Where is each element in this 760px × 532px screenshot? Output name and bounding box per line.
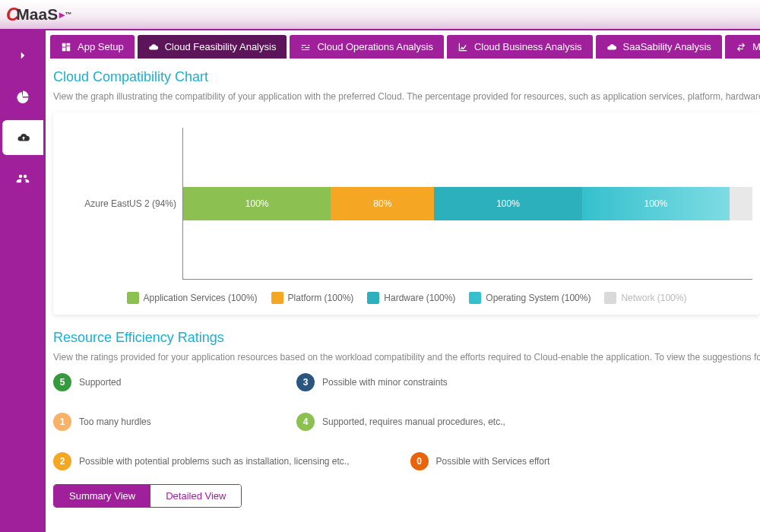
- tab-cloud-operations[interactable]: Cloud Operations Analysis: [290, 35, 443, 59]
- legend-swatch-icon: [271, 292, 283, 304]
- rating-4: 4 Supported, requires manual procedures,…: [296, 413, 505, 431]
- pie-chart-icon: [16, 90, 30, 103]
- compat-chart-card: Azure EastUS 2 (94%) 100% 80% 100% 100%: [53, 112, 760, 315]
- sliders-icon: [300, 42, 311, 52]
- legend-swatch-icon: [469, 292, 481, 304]
- logo-arrow-icon: ▸: [59, 8, 65, 21]
- cloud-upload-icon: [17, 131, 30, 144]
- tab-cloud-feasibility[interactable]: Cloud Feasibility Analysis: [138, 35, 287, 59]
- legend-swatch-icon: [127, 292, 139, 304]
- compat-desc: View the graph illustrating the compatib…: [53, 91, 760, 102]
- cloud-icon: [148, 42, 159, 52]
- chart-seg-app-services: 100%: [183, 187, 331, 220]
- view-detailed[interactable]: Detailed View: [150, 485, 241, 507]
- tab-label: Cloud Business Analysis: [474, 41, 582, 52]
- view-summary[interactable]: Summary View: [54, 485, 150, 507]
- chart-legend: Application Services (100%) Platform (10…: [61, 292, 752, 304]
- legend-os[interactable]: Operating System (100%): [469, 292, 591, 304]
- dashboard-icon: [61, 42, 71, 52]
- chart-bar-stack: 100% 80% 100% 100%: [183, 187, 752, 220]
- rating-2: 2 Possible with potential problems such …: [53, 452, 350, 470]
- rating-0: 0 Possible with Services effort: [410, 452, 593, 470]
- chart-seg-platform: 80%: [331, 187, 434, 220]
- ratings-desc: View the ratings provided for your appli…: [53, 352, 760, 363]
- chart-seg-os: 100%: [582, 187, 730, 220]
- ratings-table: AZURE EASTUS 2 ▼ Application Services 5: [53, 523, 281, 528]
- tab-label: Cloud Operations Analysis: [317, 41, 432, 52]
- tab-label: App Setup: [78, 41, 124, 52]
- top-bar: C MaaS ▸ ™: [0, 0, 760, 30]
- rating-badge-3: 3: [296, 373, 315, 391]
- sidebar-item-users[interactable]: [2, 161, 43, 196]
- analysis-tabs: App Setup Cloud Feasibility Analysis Clo…: [46, 30, 760, 59]
- rating-badge-5: 5: [53, 373, 71, 391]
- ratings-table-head: AZURE EASTUS 2: [53, 523, 281, 528]
- tab-saasability[interactable]: SaaSability Analysis: [596, 35, 722, 59]
- chevron-right-icon: [16, 49, 30, 62]
- main-panel: App Setup Cloud Feasibility Analysis Clo…: [46, 30, 760, 532]
- cloud-icon: [606, 42, 617, 52]
- ratings-legend: 5 Supported 3 Possible with minor constr…: [53, 373, 760, 470]
- brand-logo: C MaaS ▸ ™: [6, 4, 71, 25]
- rating-badge-2: 2: [53, 452, 71, 470]
- rating-badge-0: 0: [410, 452, 429, 470]
- tab-label: Cloud Feasibility Analysis: [165, 41, 277, 52]
- brand-name: MaaS: [16, 5, 58, 24]
- chart-seg-network: [730, 187, 752, 220]
- chart-seg-hardware: 100%: [434, 187, 581, 220]
- sidebar-item-dashboard[interactable]: [2, 79, 43, 114]
- left-sidebar: [0, 30, 46, 532]
- tab-label: Migration: [752, 41, 760, 52]
- users-icon: [16, 172, 30, 185]
- view-toggle: Summary View Detailed View: [53, 484, 242, 508]
- legend-network[interactable]: Network (100%): [604, 292, 686, 304]
- sidebar-item-collapse[interactable]: [2, 38, 43, 73]
- rating-3: 3 Possible with minor constraints: [296, 373, 555, 391]
- legend-swatch-icon: [604, 292, 616, 304]
- legend-hardware[interactable]: Hardware (100%): [367, 292, 455, 304]
- tab-app-setup[interactable]: App Setup: [50, 35, 135, 59]
- legend-platform[interactable]: Platform (100%): [271, 292, 354, 304]
- rating-badge-1: 1: [53, 413, 71, 431]
- chart-line-icon: [458, 42, 468, 52]
- legend-app-services[interactable]: Application Services (100%): [127, 292, 258, 304]
- brand-tm: ™: [65, 11, 71, 18]
- legend-swatch-icon: [367, 292, 379, 304]
- tab-migration[interactable]: Migration: [725, 35, 760, 59]
- rating-1: 1 Too many hurdles: [53, 413, 236, 431]
- tab-label: SaaSability Analysis: [623, 41, 711, 52]
- compat-title: Cloud Compatibility Chart: [53, 69, 760, 85]
- exchange-icon: [736, 42, 746, 52]
- rating-5: 5 Supported: [53, 373, 236, 391]
- sidebar-item-cloud[interactable]: [2, 120, 43, 155]
- ratings-title: Resource Efficiency Ratings: [53, 330, 760, 346]
- chart-category-label: Azure EastUS 2 (94%): [61, 198, 182, 209]
- rating-badge-4: 4: [296, 413, 315, 431]
- chart-plot-area: 100% 80% 100% 100%: [182, 128, 752, 280]
- tab-cloud-business[interactable]: Cloud Business Analysis: [447, 35, 593, 59]
